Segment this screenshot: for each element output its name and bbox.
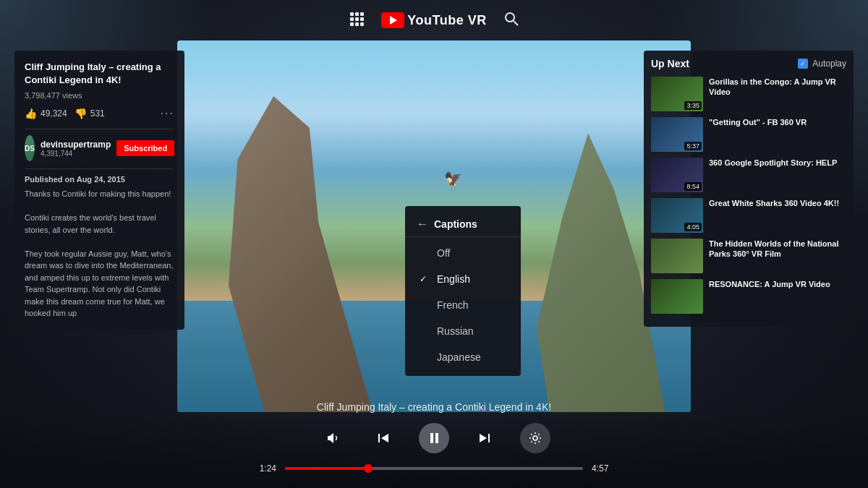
next-button[interactable] bbox=[469, 423, 500, 453]
like-count: 49,324 bbox=[41, 108, 67, 119]
svg-point-9 bbox=[506, 13, 514, 22]
thumbup-icon: 👍 bbox=[25, 108, 37, 119]
svg-rect-13 bbox=[435, 433, 438, 443]
progress-track[interactable] bbox=[285, 467, 583, 470]
caption-label-japanese: Japanese bbox=[437, 351, 481, 363]
captions-back-button[interactable]: ← bbox=[417, 218, 428, 231]
svg-rect-14 bbox=[488, 434, 490, 442]
search-icon[interactable] bbox=[504, 12, 519, 30]
list-item[interactable]: 3:35 Gorillas in the Congo: A Jump VR Vi… bbox=[651, 77, 846, 111]
previous-button[interactable] bbox=[368, 423, 399, 453]
captions-menu: ← Captions Off ✓ English French Russian … bbox=[405, 206, 521, 376]
svg-point-15 bbox=[533, 436, 537, 440]
captions-title: Captions bbox=[434, 218, 477, 230]
svg-rect-12 bbox=[430, 433, 433, 443]
video-item-title: 360 Google Spotlight Story: HELP bbox=[709, 158, 846, 168]
caption-option-japanese[interactable]: Japanese bbox=[405, 344, 521, 370]
autoplay-label: Autoplay bbox=[812, 59, 846, 69]
channel-info: devinsupertramp 4,391,744 bbox=[41, 140, 111, 158]
progress-thumb[interactable] bbox=[364, 464, 373, 473]
svg-rect-0 bbox=[350, 12, 354, 16]
video-thumbnail: 8:54 bbox=[651, 158, 703, 192]
yt-play-triangle bbox=[390, 16, 397, 25]
svg-line-10 bbox=[514, 21, 518, 25]
caption-option-english[interactable]: ✓ English bbox=[405, 266, 521, 292]
view-count: 3,798,477 views bbox=[25, 91, 174, 100]
list-item[interactable]: RESONANCE: A Jump VR Video bbox=[651, 279, 846, 314]
list-item[interactable]: 4:05 Great White Sharks 360 Video 4K!! bbox=[651, 198, 846, 233]
video-thumbnail: 3:35 bbox=[651, 77, 703, 111]
upnext-title: Up Next bbox=[651, 58, 689, 69]
svg-rect-4 bbox=[355, 17, 359, 21]
volume-button[interactable] bbox=[318, 423, 348, 453]
caption-label-russian: Russian bbox=[437, 325, 474, 337]
thumbdown-icon: 👎 bbox=[75, 108, 87, 119]
video-meta: "Getting Out" - FB 360 VR bbox=[709, 117, 846, 152]
captions-menu-header: ← Captions bbox=[405, 212, 521, 237]
list-item[interactable]: 8:54 360 Google Spotlight Story: HELP bbox=[651, 158, 846, 192]
settings-button[interactable] bbox=[520, 423, 550, 453]
grid-icon[interactable] bbox=[349, 12, 364, 30]
autoplay-checkbox[interactable]: ✓ bbox=[798, 59, 808, 69]
svg-rect-11 bbox=[378, 434, 380, 442]
video-description: Thanks to Contiki for making this happen… bbox=[25, 188, 174, 320]
video-meta: 360 Google Spotlight Story: HELP bbox=[709, 158, 846, 192]
subscribe-button[interactable]: Subscribed bbox=[116, 140, 174, 156]
youtube-logo[interactable]: YouTube VR bbox=[381, 12, 486, 28]
video-meta: RESONANCE: A Jump VR Video bbox=[709, 279, 846, 314]
time-total: 4:57 bbox=[592, 463, 615, 474]
check-icon-english: ✓ bbox=[420, 274, 431, 284]
upnext-header: Up Next ✓ Autoplay bbox=[651, 58, 846, 69]
progress-fill bbox=[285, 467, 368, 470]
svg-rect-5 bbox=[360, 17, 364, 21]
control-buttons bbox=[318, 423, 550, 453]
video-thumbnail bbox=[651, 279, 703, 314]
video-item-title: The Hidden Worlds of the National Parks … bbox=[709, 239, 846, 260]
video-thumbnail: 5:37 bbox=[651, 117, 703, 152]
more-options-button[interactable]: ··· bbox=[161, 107, 174, 120]
channel-avatar: DS bbox=[25, 135, 35, 161]
upnext-panel: Up Next ✓ Autoplay 3:35 Gorillas in the … bbox=[644, 51, 854, 327]
svg-rect-7 bbox=[355, 22, 359, 26]
list-item[interactable]: 5:37 "Getting Out" - FB 360 VR bbox=[651, 117, 846, 152]
list-item[interactable]: The Hidden Worlds of the National Parks … bbox=[651, 239, 846, 273]
video-item-title: "Getting Out" - FB 360 VR bbox=[709, 117, 846, 127]
thumb-duration: 4:05 bbox=[684, 223, 702, 231]
yt-icon bbox=[381, 12, 404, 28]
publish-date: Published on Aug 24, 2015 bbox=[25, 175, 174, 184]
svg-rect-3 bbox=[350, 17, 354, 21]
video-title: Cliff Jumping Italy – creating a Contiki… bbox=[25, 61, 174, 87]
channel-row: DS devinsupertramp 4,391,744 Subscribed bbox=[25, 135, 174, 161]
thumb-duration: 8:54 bbox=[684, 182, 702, 191]
thumb-duration: 5:37 bbox=[684, 142, 702, 150]
subscriber-count: 4,391,744 bbox=[41, 150, 111, 158]
dislike-count: 531 bbox=[90, 108, 105, 119]
autoplay-row: ✓ Autoplay bbox=[798, 59, 846, 69]
caption-option-off[interactable]: Off bbox=[405, 240, 521, 266]
video-thumbnail: 4:05 bbox=[651, 198, 703, 233]
video-item-title: RESONANCE: A Jump VR Video bbox=[709, 279, 846, 289]
svg-rect-8 bbox=[360, 22, 364, 26]
divider-1 bbox=[25, 129, 174, 129]
video-thumbnail bbox=[651, 239, 703, 273]
like-button[interactable]: 👍 49,324 bbox=[25, 108, 67, 119]
time-current: 1:24 bbox=[253, 463, 276, 474]
player-title-bar: Cliff Jumping Italy – creating a Contiki… bbox=[317, 401, 551, 413]
progress-bar-area: 1:24 4:57 bbox=[253, 463, 615, 474]
pause-button[interactable] bbox=[419, 423, 449, 453]
youtube-wordmark: YouTube VR bbox=[407, 13, 486, 28]
video-meta: Great White Sharks 360 Video 4K!! bbox=[709, 198, 846, 233]
caption-label-french: French bbox=[437, 299, 469, 311]
caption-label-english: English bbox=[437, 273, 470, 285]
dislike-button[interactable]: 👎 531 bbox=[75, 108, 105, 119]
caption-label-off: Off bbox=[437, 247, 450, 259]
svg-rect-6 bbox=[350, 22, 354, 26]
channel-name[interactable]: devinsupertramp bbox=[41, 140, 111, 150]
caption-option-russian[interactable]: Russian bbox=[405, 318, 521, 344]
video-meta: Gorillas in the Congo: A Jump VR Video bbox=[709, 77, 846, 111]
caption-option-french[interactable]: French bbox=[405, 292, 521, 318]
svg-rect-2 bbox=[360, 12, 364, 16]
video-meta: The Hidden Worlds of the National Parks … bbox=[709, 239, 846, 273]
info-panel: Cliff Jumping Italy – creating a Contiki… bbox=[14, 51, 184, 330]
svg-rect-1 bbox=[355, 12, 359, 16]
